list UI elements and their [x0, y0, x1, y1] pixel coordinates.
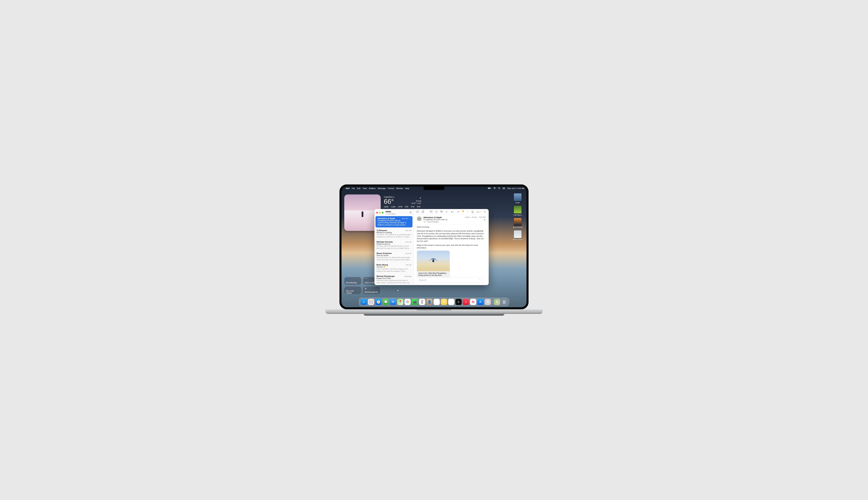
menu-item[interactable]: Help [405, 187, 409, 190]
battery-icon[interactable] [488, 187, 491, 190]
svg-point-3 [494, 189, 495, 189]
message-from: Reece Schachne [377, 252, 392, 254]
reply-options-chevron-icon[interactable]: ⌄ [482, 279, 483, 281]
desktop-file[interactable]: Leaf Macro [511, 206, 524, 216]
message-time: 8:51 AM [406, 229, 411, 231]
reply-icon[interactable] [446, 211, 448, 213]
message-list-item[interactable]: Adventure @ Apple9:01 AM📎Paragliding exc… [376, 216, 412, 227]
message-list-item[interactable]: Michael KlineburgerYesterdayBonjour from… [375, 274, 413, 285]
flag-menu-chevron-icon[interactable] [467, 211, 469, 212]
svg-rect-1 [488, 188, 490, 189]
close-button[interactable] [376, 212, 378, 214]
menu-item[interactable]: View [363, 187, 367, 190]
reply-placeholder: Reply All [419, 279, 426, 281]
minimize-button[interactable] [379, 212, 381, 214]
dock-photos-icon[interactable]: ✿ [404, 299, 411, 305]
desktop-file[interactable]: Aura Portrait [511, 218, 524, 228]
message-subject: Bonjour from Paris [377, 277, 411, 279]
shortcut-icon: 🗓 [365, 287, 378, 290]
control-center-icon[interactable] [503, 187, 505, 190]
send-icon[interactable]: ✈ [479, 279, 481, 281]
shortcut-label: Meeting Agenda [365, 291, 378, 293]
message-preview: Good morning, Adventure @ Apple is thril… [378, 222, 410, 226]
message-subject: Paragliding excursion sign-up [423, 218, 447, 220]
message-list: Adventure @ Apple9:01 AM📎Paragliding exc… [375, 215, 413, 285]
shortcut-tile[interactable]: 🎵Play Chill Playlist [344, 286, 361, 294]
attachment-icon[interactable]: 📎 [483, 219, 486, 221]
laptop-foot [364, 314, 504, 316]
menu-item[interactable]: Format [388, 187, 394, 190]
dock-maps-icon[interactable]: 📍 [397, 299, 403, 305]
desktop-file[interactable]: White Sands [511, 230, 524, 241]
dock-tv-icon[interactable]: tv [456, 299, 462, 305]
message-time: 8:12 AM [406, 252, 411, 254]
envelope-icon[interactable] [416, 211, 419, 213]
forward-icon[interactable] [457, 211, 459, 213]
dock-downloads-icon[interactable]: ⬇ [494, 299, 500, 305]
dock-safari-icon[interactable]: 🧭 [375, 299, 381, 305]
dock-trash-icon[interactable]: 🗑 [501, 299, 507, 305]
dock-mail-icon[interactable]: ✉ [390, 299, 396, 305]
dock-finder-icon[interactable]: ☺ [361, 299, 367, 305]
reply-all-icon[interactable] [451, 211, 454, 213]
shortcut-tile[interactable]: 🗓Meeting Agenda [363, 286, 380, 294]
dock-music-icon[interactable]: ♫ [463, 299, 469, 305]
compose-icon[interactable] [422, 211, 424, 213]
message-body-text: Reply to this email to reserve your spot… [417, 244, 486, 249]
laptop-base [326, 309, 542, 314]
file-label: Aura Portrait [513, 226, 523, 228]
dock-appstore-icon[interactable]: A [477, 299, 484, 305]
menu-item[interactable]: Message [378, 187, 386, 190]
display-notch [424, 186, 444, 190]
message-list-item[interactable]: Reece Schachne8:12 AMDeck for reviewGood… [375, 251, 413, 262]
archive-icon[interactable] [430, 211, 432, 213]
filter-button[interactable] [409, 211, 412, 214]
dock-freeform-icon[interactable]: ✏ [448, 299, 455, 305]
message-body-text: Adventure @ Apple is thrilled to announc… [417, 230, 486, 242]
menu-item[interactable]: Mailbox [369, 187, 376, 190]
search-icon[interactable] [484, 211, 486, 213]
menu-item[interactable]: Edit [357, 187, 361, 190]
dock-contacts-icon[interactable]: 👤 [426, 299, 433, 305]
spotlight-icon[interactable] [498, 187, 500, 190]
desktop-file[interactable]: Dunk [511, 193, 524, 204]
mute-icon[interactable] [471, 211, 474, 213]
move-icon[interactable] [477, 211, 481, 213]
trash-icon[interactable] [435, 211, 437, 213]
menu-item[interactable]: Window [396, 187, 403, 190]
mail-window: Inbox 11 messages Adventure @ Apple9:01 … [375, 209, 489, 285]
shortcut-tile[interactable]: 👤Next Meeting [344, 277, 361, 285]
weather-condition: Sunny [412, 200, 422, 202]
dock-calendar-icon[interactable]: JUN5 [419, 299, 425, 305]
message-list-item[interactable]: Brian Heung7:59 AMOut sick 😷Just a note … [375, 262, 413, 274]
dock-messages-icon[interactable]: 💬 [382, 299, 389, 305]
dock-news-icon[interactable]: N [470, 299, 476, 305]
link-preview-card[interactable]: Learn to fly | High Wind Paragliding | F… [417, 251, 450, 277]
svg-line-5 [500, 189, 500, 189]
shortcut-icon: 👤 [346, 278, 359, 281]
flag-icon[interactable] [462, 211, 464, 213]
message-time: 9:01 AM [402, 217, 408, 219]
message-list-item[interactable]: Nicholas Circosta8:44 AMReady for pick-u… [375, 240, 413, 251]
menu-item[interactable]: File [352, 187, 355, 190]
message-preview: Hey team, The weather is so amazing toda… [377, 234, 411, 238]
quick-reply-field[interactable]: Reply All ✈ ⌄ [417, 277, 486, 283]
window-traffic-lights [376, 212, 384, 214]
message-from: Ty Booyzen [377, 229, 387, 231]
fullscreen-button[interactable] [382, 212, 384, 214]
dock-launchpad-icon[interactable] [368, 299, 374, 305]
app-menu[interactable]: Mail [346, 187, 350, 190]
file-thumbnail [514, 230, 522, 238]
message-list-item[interactable]: Ty Booyzen8:51 AMMoving our meetingHey t… [375, 228, 413, 240]
dock-settings-icon[interactable]: ⚙ [485, 299, 491, 305]
wifi-icon[interactable] [493, 187, 496, 190]
svg-rect-6 [503, 188, 504, 188]
menubar-clock[interactable]: Mon Jun 5 9:41 AM [507, 187, 524, 190]
svg-point-7 [504, 188, 505, 188]
dock-reminders-icon[interactable]: ☑ [434, 299, 440, 305]
dock-facetime-icon[interactable]: 📹 [412, 299, 418, 305]
weather-sun-icon: ☀ [412, 197, 422, 200]
junk-icon[interactable] [440, 211, 443, 213]
shortcut-label: Play Chill Playlist [346, 290, 359, 294]
dock-notes-icon[interactable]: ✎ [441, 299, 447, 305]
